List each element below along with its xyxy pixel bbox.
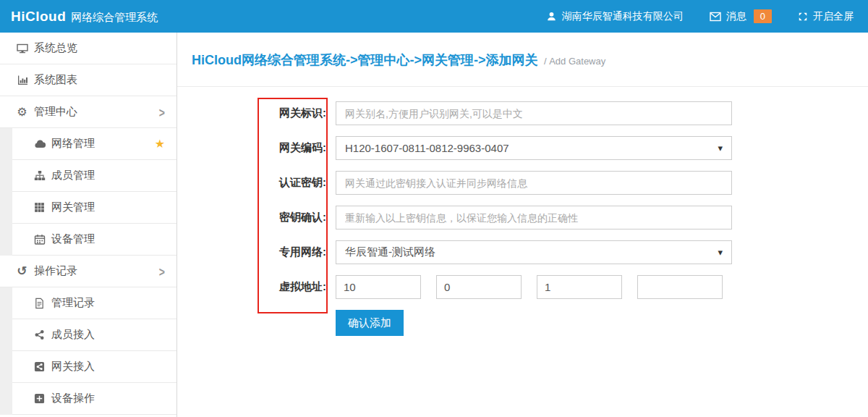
plus-square-icon xyxy=(33,393,46,404)
gateway-code-select[interactable]: H120-1607-0811-0812-9963-0407 ▾ xyxy=(336,136,732,160)
brand-name: HiCloud xyxy=(11,9,66,25)
sidebar-label: 系统总览 xyxy=(34,41,77,55)
private-network-label: 专用网络: xyxy=(257,245,326,259)
sidebar: 系统总览 系统图表 ⚙ 管理中心 > 网络管理 ★ 成员管理 xyxy=(0,33,177,417)
calendar-icon xyxy=(33,234,46,245)
sidebar-item-device-operations[interactable]: 设备操作 xyxy=(0,383,176,415)
auth-key-row: 认证密钥: xyxy=(257,171,868,195)
company-account-button[interactable]: 湖南华辰智通科技有限公司 xyxy=(546,10,684,23)
sidebar-label: 管理中心 xyxy=(34,105,77,119)
confirm-add-button[interactable]: 确认添加 xyxy=(336,310,404,336)
caret-down-icon: ▾ xyxy=(718,143,723,153)
favorite-star-icon[interactable]: ★ xyxy=(155,137,165,151)
sidebar-label: 管理记录 xyxy=(51,296,95,310)
sidebar-item-device-management[interactable]: 设备管理 xyxy=(0,224,176,256)
private-network-select[interactable]: 华辰智通-测试网络 ▾ xyxy=(336,240,732,264)
virtual-address-octet-3[interactable] xyxy=(537,275,622,299)
virtual-address-octet-2[interactable] xyxy=(436,275,522,299)
virtual-address-row: 虚拟地址: xyxy=(257,275,868,299)
breadcrumb-path: HiCloud网络综合管理系统->管理中心->网关管理->添加网关 xyxy=(192,53,538,67)
breadcrumb: HiCloud网络综合管理系统->管理中心->网关管理->添加网关 / Add … xyxy=(177,33,868,87)
sidebar-item-management-center[interactable]: ⚙ 管理中心 > xyxy=(0,96,176,128)
gateway-name-row: 网关标识: xyxy=(257,101,868,125)
topbar-actions: 湖南华辰智通科技有限公司 消息 0 开启全屏 xyxy=(546,9,854,23)
virtual-address-octet-4[interactable] xyxy=(637,275,723,299)
sidebar-label: 成员管理 xyxy=(51,169,95,182)
sidebar-label: 网络管理 xyxy=(51,137,95,151)
page-body: 系统总览 系统图表 ⚙ 管理中心 > 网络管理 ★ 成员管理 xyxy=(0,33,868,417)
sidebar-label: 系统图表 xyxy=(34,73,77,87)
auth-key-input[interactable] xyxy=(336,171,732,195)
sidebar-item-management-records[interactable]: 管理记录 xyxy=(0,287,176,319)
key-confirm-row: 密钥确认: xyxy=(257,206,868,229)
messages-button[interactable]: 消息 0 xyxy=(710,9,772,23)
history-icon: ↺ xyxy=(15,265,29,277)
sidebar-item-network-management[interactable]: 网络管理 ★ xyxy=(0,128,176,160)
auth-key-label: 认证密钥: xyxy=(257,176,326,190)
gateway-code-label: 网关编码: xyxy=(257,141,326,155)
fullscreen-label: 开启全屏 xyxy=(813,10,854,23)
key-confirm-label: 密钥确认: xyxy=(257,211,326,224)
sidebar-item-system-charts[interactable]: 系统图表 xyxy=(0,64,176,96)
messages-count-badge: 0 xyxy=(754,9,772,23)
sidebar-item-gateway-management[interactable]: 网关管理 xyxy=(0,192,176,224)
share-square-icon xyxy=(33,361,46,372)
fullscreen-expand-icon xyxy=(798,12,808,22)
caret-down-icon: ▾ xyxy=(718,247,723,258)
sidebar-label: 网关接入 xyxy=(51,360,95,374)
brand-logo: HiCloud 网络综合管理系统 xyxy=(11,9,158,25)
desktop-icon xyxy=(15,43,29,54)
share-icon xyxy=(33,329,46,340)
sidebar-label: 操作记录 xyxy=(34,264,77,278)
company-name: 湖南华辰智通科技有限公司 xyxy=(562,10,684,23)
private-network-value: 华辰智通-测试网络 xyxy=(345,245,435,259)
main-content: HiCloud网络综合管理系统->管理中心->网关管理->添加网关 / Add … xyxy=(177,33,868,417)
sidebar-item-operation-records[interactable]: ↺ 操作记录 > xyxy=(0,256,176,287)
add-gateway-form: 网关标识: 网关编码: H120-1607-0811-0812-9963-040… xyxy=(177,87,868,336)
sidebar-item-member-access[interactable]: 成员接入 xyxy=(0,319,176,351)
gears-icon: ⚙ xyxy=(15,106,29,118)
envelope-icon xyxy=(710,12,721,22)
sidebar-label: 网关管理 xyxy=(51,201,95,214)
fullscreen-button[interactable]: 开启全屏 xyxy=(798,10,854,23)
document-icon xyxy=(33,298,46,309)
gateway-code-row: 网关编码: H120-1607-0811-0812-9963-0407 ▾ xyxy=(257,136,868,160)
sidebar-item-gateway-access[interactable]: 网关接入 xyxy=(0,351,176,383)
submit-row: 确认添加 xyxy=(257,310,868,336)
cloud-icon xyxy=(33,138,46,150)
virtual-address-octet-1[interactable] xyxy=(336,275,421,299)
user-icon xyxy=(546,11,557,22)
key-confirm-input[interactable] xyxy=(336,206,732,229)
sitemap-icon xyxy=(33,170,46,182)
sidebar-label: 设备管理 xyxy=(51,232,95,246)
gateway-name-input[interactable] xyxy=(336,101,732,125)
gateway-code-value: H120-1607-0811-0812-9963-0407 xyxy=(345,142,509,154)
virtual-address-label: 虚拟地址: xyxy=(257,280,326,294)
bar-chart-icon xyxy=(15,75,29,86)
private-network-row: 专用网络: 华辰智通-测试网络 ▾ xyxy=(257,240,868,264)
chevron-right-icon: > xyxy=(159,264,165,279)
sidebar-item-member-management[interactable]: 成员管理 xyxy=(0,160,176,192)
messages-label: 消息 xyxy=(726,10,746,23)
topbar: HiCloud 网络综合管理系统 湖南华辰智通科技有限公司 消息 0 开启全屏 xyxy=(0,0,868,33)
virtual-address-group xyxy=(336,275,723,299)
sidebar-label: 成员接入 xyxy=(51,328,95,342)
grid-icon xyxy=(33,202,46,213)
chevron-right-icon: > xyxy=(159,104,165,119)
sidebar-label: 设备操作 xyxy=(51,392,95,405)
brand-subtitle: 网络综合管理系统 xyxy=(71,11,158,25)
breadcrumb-suffix: / Add Gateway xyxy=(544,56,605,67)
gateway-name-label: 网关标识: xyxy=(257,106,326,120)
sidebar-item-system-overview[interactable]: 系统总览 xyxy=(0,33,176,64)
